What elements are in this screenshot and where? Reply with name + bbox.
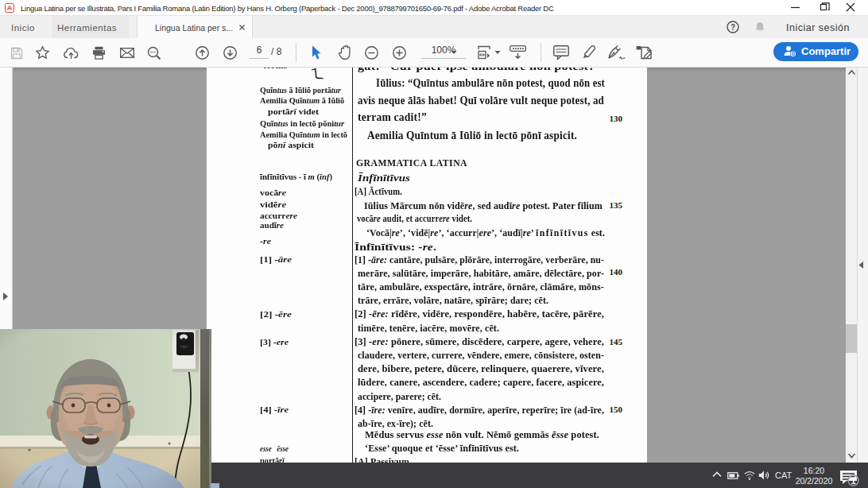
svg-text:1: 1 xyxy=(851,476,855,486)
svg-text:?: ? xyxy=(730,23,735,32)
svg-text:0: 0 xyxy=(792,50,795,57)
svg-text:A: A xyxy=(7,4,13,12)
